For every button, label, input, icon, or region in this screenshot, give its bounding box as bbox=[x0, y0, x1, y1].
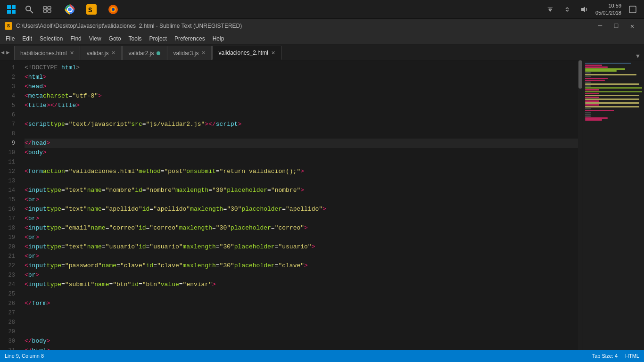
menu-item-tools[interactable]: Tools bbox=[125, 34, 146, 43]
taskbar-apps: S bbox=[59, 0, 124, 18]
svg-line-5 bbox=[30, 10, 33, 13]
line-number: 31 bbox=[0, 346, 15, 350]
line-number: 24 bbox=[0, 280, 15, 289]
menu-item-help[interactable]: Help bbox=[209, 34, 228, 43]
code-area[interactable]: <!DOCTYPE html><html><head> <meta charse… bbox=[20, 60, 644, 350]
code-line bbox=[25, 327, 639, 337]
task-view-button[interactable] bbox=[40, 2, 55, 17]
line-number: 26 bbox=[0, 299, 15, 308]
notifications-icon[interactable] bbox=[625, 2, 640, 17]
line-number: 29 bbox=[0, 327, 15, 337]
tab-prev-icon[interactable]: ◀ bbox=[0, 49, 5, 56]
firefox-taskbar-icon[interactable] bbox=[103, 0, 124, 18]
code-line: <input type="email" name="correo" id="co… bbox=[25, 223, 639, 233]
line-number: 25 bbox=[0, 289, 15, 299]
sublime-taskbar-icon[interactable]: S bbox=[81, 0, 102, 18]
line-number: 11 bbox=[0, 157, 15, 167]
menu-item-edit[interactable]: Edit bbox=[18, 34, 36, 43]
chrome-taskbar-icon[interactable] bbox=[59, 0, 80, 18]
code-line: </html> bbox=[25, 346, 639, 350]
editor-container: 1234567891011121314151617181920212223242… bbox=[0, 60, 644, 350]
volume-icon[interactable] bbox=[577, 2, 592, 17]
line-number: 22 bbox=[0, 261, 15, 271]
line-number: 9 bbox=[0, 139, 15, 148]
code-line bbox=[25, 110, 639, 120]
tab-label: validaciones_2.html bbox=[218, 49, 268, 56]
tab-label: habilitaciones.html bbox=[20, 50, 67, 57]
window-controls: ─ □ ✕ bbox=[593, 21, 639, 31]
expand-icon[interactable] bbox=[560, 2, 575, 17]
sublime-app-icon: S bbox=[5, 22, 12, 30]
code-line bbox=[25, 308, 639, 318]
windows-start-button[interactable] bbox=[4, 2, 19, 17]
svg-rect-1 bbox=[12, 5, 16, 9]
svg-text:S: S bbox=[88, 7, 92, 14]
svg-rect-2 bbox=[7, 10, 11, 14]
code-line: </body> bbox=[25, 337, 639, 346]
menu-item-selection[interactable]: Selection bbox=[36, 34, 66, 43]
tab-validar2-js[interactable]: validar2.js bbox=[122, 46, 166, 60]
maximize-button[interactable]: □ bbox=[609, 21, 623, 31]
svg-point-4 bbox=[26, 6, 31, 11]
tab-close-icon[interactable]: ✕ bbox=[70, 50, 74, 56]
line-number: 27 bbox=[0, 308, 15, 318]
scrollbar-track[interactable] bbox=[578, 60, 583, 350]
code-line: <meta charset="utf-8"> bbox=[25, 91, 639, 101]
code-line: <!DOCTYPE html> bbox=[25, 63, 639, 73]
code-line: <input type="text" name="nombre" id="nom… bbox=[25, 186, 639, 195]
tab-label: validar.js bbox=[87, 50, 109, 57]
code-line: <html> bbox=[25, 73, 639, 82]
minimap bbox=[583, 60, 644, 350]
svg-rect-7 bbox=[48, 7, 51, 9]
editor-scroll: 1234567891011121314151617181920212223242… bbox=[0, 60, 644, 350]
code-line: <input type="text" name="usuario" id="us… bbox=[25, 242, 639, 252]
minimize-button[interactable]: ─ bbox=[593, 21, 607, 31]
code-line: <input type="submit" name="btn" id="btn"… bbox=[25, 280, 639, 289]
close-button[interactable]: ✕ bbox=[625, 21, 639, 31]
scrollbar-thumb[interactable] bbox=[578, 60, 582, 89]
line-number: 10 bbox=[0, 148, 15, 157]
statusbar: Line 9, Column 8 Tab Size: 4 HTML bbox=[0, 350, 644, 362]
network-icon[interactable] bbox=[543, 2, 558, 17]
tab-close-icon[interactable]: ✕ bbox=[201, 50, 206, 56]
code-line bbox=[25, 157, 639, 167]
tab-validar3-js[interactable]: validar3.js✕ bbox=[167, 46, 212, 60]
tab-size[interactable]: Tab Size: 4 bbox=[592, 353, 618, 359]
tab-label: validar3.js bbox=[173, 50, 198, 57]
svg-marker-18 bbox=[581, 7, 585, 12]
menu-item-find[interactable]: Find bbox=[66, 34, 85, 43]
statusbar-right: Tab Size: 4 HTML bbox=[592, 353, 639, 359]
tab-validaciones_2-html[interactable]: validaciones_2.html✕ bbox=[212, 46, 281, 60]
line-number: 2 bbox=[0, 73, 15, 82]
tab-habilitaciones-html[interactable]: habilitaciones.html✕ bbox=[14, 46, 80, 60]
menu-item-view[interactable]: View bbox=[85, 34, 105, 43]
line-number: 14 bbox=[0, 186, 15, 195]
tab-validar-js[interactable]: validar.js✕ bbox=[81, 46, 122, 60]
menu-item-project[interactable]: Project bbox=[146, 34, 171, 43]
menu-item-preferences[interactable]: Preferences bbox=[171, 34, 209, 43]
system-icons bbox=[543, 2, 592, 17]
code-line bbox=[25, 318, 639, 327]
code-line: <br> bbox=[25, 271, 639, 280]
line-number: 12 bbox=[0, 167, 15, 176]
titlebar-text: C:\Users\Adolfi\Desktop\Javascript\valid… bbox=[16, 23, 242, 29]
line-number: 3 bbox=[0, 82, 15, 91]
line-number: 8 bbox=[0, 129, 15, 139]
search-button[interactable] bbox=[22, 2, 37, 17]
minimap-content bbox=[583, 60, 644, 123]
line-number: 28 bbox=[0, 318, 15, 327]
clock: 10:59 05/01/2018 bbox=[595, 2, 621, 16]
menu-item-goto[interactable]: Goto bbox=[105, 34, 125, 43]
menu-item-file[interactable]: File bbox=[2, 34, 18, 43]
code-line: </head> bbox=[25, 139, 639, 148]
line-number: 7 bbox=[0, 120, 15, 129]
tabs-overflow-icon[interactable]: ▼ bbox=[632, 53, 644, 60]
code-line: <br> bbox=[25, 233, 639, 242]
line-number: 23 bbox=[0, 271, 15, 280]
tab-close-icon[interactable]: ✕ bbox=[271, 50, 275, 56]
line-number: 18 bbox=[0, 223, 15, 233]
language[interactable]: HTML bbox=[625, 353, 639, 359]
tab-next-icon[interactable]: ▶ bbox=[5, 49, 10, 56]
code-line: <input type="password" name="clave" id="… bbox=[25, 261, 639, 271]
tab-close-icon[interactable]: ✕ bbox=[111, 50, 116, 56]
